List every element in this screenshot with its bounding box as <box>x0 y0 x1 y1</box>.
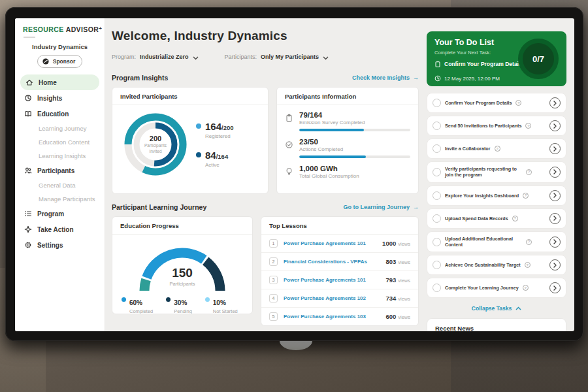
todo-header-card: Your To Do List Complete Your Next Task:… <box>427 31 566 86</box>
task-checkbox[interactable] <box>433 214 441 223</box>
progress-fill <box>299 155 366 158</box>
legend-dot <box>166 297 171 302</box>
legend-label: Completed <box>129 308 153 314</box>
card-title: Participants Information <box>277 88 418 105</box>
task-row[interactable]: Upload Additional Educational Content ? <box>427 231 566 253</box>
info-icon[interactable]: ? <box>512 216 518 221</box>
task-row[interactable]: Achieve One Sustainability Target ? <box>427 255 566 275</box>
recent-news-title: Recent News <box>427 319 566 331</box>
lesson-link[interactable]: Power Purchase Agreements 101 <box>284 240 366 246</box>
chevron-right-button[interactable] <box>549 282 561 293</box>
sidebar-item-label: Program <box>37 210 64 218</box>
recent-news-card: Recent News <box>427 318 566 331</box>
views-suffix: views <box>398 278 410 284</box>
lesson-link[interactable]: Power Purchase Agreements 103 <box>284 314 366 319</box>
legend-value: 60% <box>129 299 142 306</box>
sidebar-item-general-data[interactable]: General Data <box>15 178 105 192</box>
sidebar-item-label: Home <box>39 79 57 86</box>
program-filter-dropdown[interactable]: Program: Industrialize Zero <box>112 51 199 63</box>
participants-information-card: Participants Information 79/164 Emission… <box>276 87 419 194</box>
legend-completed: 60% Completed <box>122 296 153 314</box>
task-row[interactable]: Verify participants requesting to join t… <box>427 161 566 183</box>
lesson-link[interactable]: Power Purchase Agreements 101 <box>284 277 366 283</box>
sponsor-icon <box>42 57 50 65</box>
views-count: 734 <box>385 295 396 302</box>
go-to-learning-journey-link[interactable]: Go to Learning Journey → <box>343 204 419 210</box>
gauge-legend: 60% Completed 30% Pending 10% Not Starte… <box>112 295 252 314</box>
sidebar-item-take-action[interactable]: Take Action <box>15 221 105 237</box>
collapse-tasks-link[interactable]: Collapse Tasks <box>427 301 566 314</box>
task-checkbox[interactable] <box>433 144 441 153</box>
task-row[interactable]: Send 50 Invitations to Participants ? <box>427 116 566 136</box>
task-row[interactable]: Explore Your Insights Dashboard ? <box>427 186 566 206</box>
chevron-right-button[interactable] <box>549 143 561 154</box>
participants-filter-label: Participants: <box>225 54 257 60</box>
sidebar-item-education-content[interactable]: Education Content <box>15 135 105 149</box>
rank-badge: 1 <box>269 239 278 248</box>
info-icon[interactable]: ? <box>526 239 532 245</box>
progress-bar <box>299 129 410 131</box>
sidebar-item-learning-insights[interactable]: Learning Insights <box>15 149 105 163</box>
info-icon[interactable]: ? <box>526 169 532 175</box>
info-icon[interactable]: ? <box>523 193 529 199</box>
participants-filter-dropdown[interactable]: Participants: Only My Participants <box>225 51 329 63</box>
task-checkbox[interactable] <box>433 238 441 246</box>
info-icon[interactable]: ? <box>525 262 531 268</box>
task-row[interactable]: Complete Your Learning Journey ? <box>427 278 566 298</box>
task-row[interactable]: Confirm Your Program Details ? <box>427 93 566 113</box>
task-row[interactable]: Invite a Collaborator ? <box>427 139 566 159</box>
chevron-right-button[interactable] <box>549 167 561 178</box>
views-count: 1000 <box>382 240 396 247</box>
chevron-right-button[interactable] <box>549 120 561 131</box>
card-title: Top Lessons <box>261 217 418 235</box>
task-checkbox[interactable] <box>433 99 441 107</box>
task-checkbox[interactable] <box>433 168 441 176</box>
chevron-right-button[interactable] <box>549 213 561 224</box>
views-count: 803 <box>385 258 396 265</box>
chevron-right-button[interactable] <box>549 190 561 201</box>
sidebar-item-settings[interactable]: Settings <box>15 237 105 253</box>
sidebar-item-learning-journey[interactable]: Learning Journey <box>15 122 105 135</box>
info-icon[interactable]: ? <box>525 123 531 129</box>
sidebar-item-education[interactable]: Education <box>15 106 105 122</box>
spark-icon <box>24 225 32 233</box>
collapse-label: Collapse Tasks <box>472 305 512 312</box>
task-checkbox[interactable] <box>433 261 441 269</box>
legend-registered: 164/200 Registered <box>196 121 234 139</box>
logo-plus: + <box>99 25 102 31</box>
legend-not-started: 10% Not Started <box>205 296 238 314</box>
lesson-link[interactable]: Financial Considerations - VPPAs <box>284 259 367 265</box>
sidebar-item-home[interactable]: Home <box>20 74 99 90</box>
legend-value: 10% <box>213 299 226 306</box>
sidebar-item-program[interactable]: Program <box>15 206 105 221</box>
task-label: Achieve One Sustainability Target <box>445 262 521 268</box>
task-label: Invite a Collaborator <box>445 146 491 152</box>
info-icon[interactable]: ? <box>523 285 529 291</box>
progress-bar <box>299 155 410 158</box>
legend-dot <box>122 297 126 302</box>
logo-divider <box>24 37 35 38</box>
info-icon[interactable]: ? <box>515 100 521 106</box>
card-title: Education Progress <box>112 217 252 235</box>
task-checkbox[interactable] <box>433 122 441 130</box>
gauge-center-value: 150 <box>112 266 252 280</box>
task-label: Send 50 Invitations to Participants <box>445 123 521 129</box>
lesson-link[interactable]: Power Purchase Agreements 102 <box>284 295 366 301</box>
chevron-right-button[interactable] <box>549 97 561 108</box>
sidebar-item-manage-participants[interactable]: Manage Participants <box>15 192 105 206</box>
views-count: 600 <box>385 313 396 320</box>
chevron-right-button[interactable] <box>549 259 561 270</box>
sidebar-item-participants[interactable]: Participants <box>15 163 105 178</box>
info-icon[interactable]: ? <box>495 146 500 152</box>
task-checkbox[interactable] <box>433 284 441 292</box>
task-checkbox[interactable] <box>433 191 441 200</box>
legend-value: 30% <box>174 299 187 306</box>
check-more-insights-link[interactable]: Check More Insights → <box>352 74 419 81</box>
legend-dot <box>196 152 201 157</box>
chevron-right-button[interactable] <box>549 237 561 248</box>
clock-icon <box>434 73 441 84</box>
list-icon <box>24 210 32 218</box>
task-row[interactable]: Upload Spend Data Records ? <box>427 208 566 229</box>
sidebar-item-insights[interactable]: Insights <box>15 90 105 106</box>
education-progress-card: Education Progress 150 Participants 60% … <box>112 216 253 314</box>
